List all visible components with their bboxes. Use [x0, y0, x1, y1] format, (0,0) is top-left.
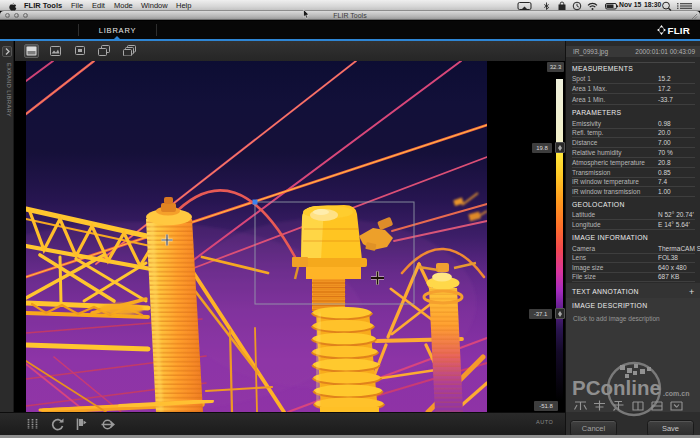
- svg-text:FLIR: FLIR: [668, 25, 691, 36]
- svg-text:.com.cn: .com.cn: [663, 390, 689, 397]
- svg-text:PConline: PConline: [572, 376, 661, 399]
